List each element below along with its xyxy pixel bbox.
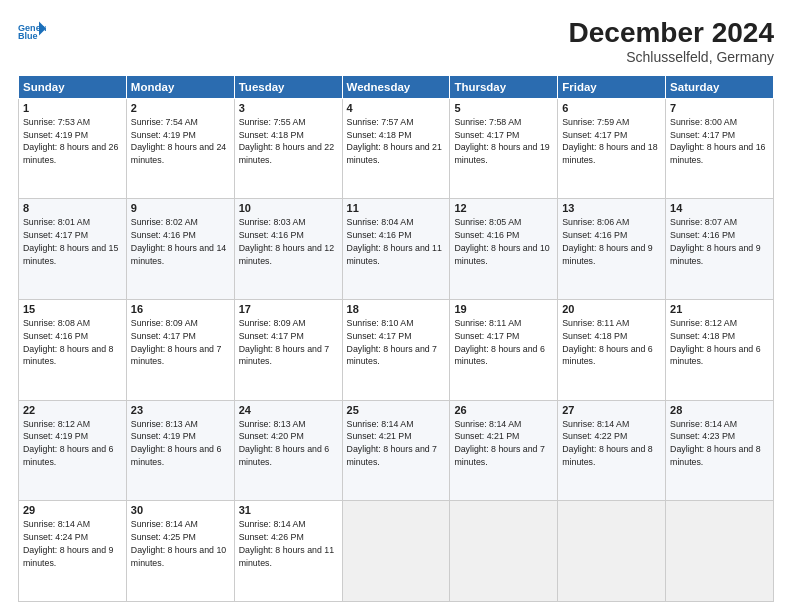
header-wednesday: Wednesday [342, 75, 450, 98]
header-thursday: Thursday [450, 75, 558, 98]
calendar-cell: 8Sunrise: 8:01 AMSunset: 4:17 PMDaylight… [19, 199, 127, 300]
day-info: Sunrise: 8:12 AMSunset: 4:18 PMDaylight:… [670, 317, 769, 368]
sunset-text: Sunset: 4:19 PM [23, 431, 88, 441]
sunrise-text: Sunrise: 8:13 AM [239, 419, 306, 429]
calendar-cell: 6Sunrise: 7:59 AMSunset: 4:17 PMDaylight… [558, 98, 666, 199]
calendar-cell: 16Sunrise: 8:09 AMSunset: 4:17 PMDayligh… [126, 300, 234, 401]
sunrise-text: Sunrise: 8:13 AM [131, 419, 198, 429]
sunrise-text: Sunrise: 8:14 AM [347, 419, 414, 429]
calendar-cell: 9Sunrise: 8:02 AMSunset: 4:16 PMDaylight… [126, 199, 234, 300]
daylight-text: Daylight: 8 hours and 16 minutes. [670, 142, 765, 165]
day-info: Sunrise: 8:06 AMSunset: 4:16 PMDaylight:… [562, 216, 661, 267]
calendar-cell: 2Sunrise: 7:54 AMSunset: 4:19 PMDaylight… [126, 98, 234, 199]
sunset-text: Sunset: 4:21 PM [454, 431, 519, 441]
sunset-text: Sunset: 4:25 PM [131, 532, 196, 542]
day-number: 29 [23, 504, 122, 516]
sunrise-text: Sunrise: 8:14 AM [670, 419, 737, 429]
week-row-4: 22Sunrise: 8:12 AMSunset: 4:19 PMDayligh… [19, 400, 774, 501]
sunset-text: Sunset: 4:16 PM [239, 230, 304, 240]
week-row-1: 1Sunrise: 7:53 AMSunset: 4:19 PMDaylight… [19, 98, 774, 199]
page: General Blue December 2024 Schlusselfeld… [0, 0, 792, 612]
calendar-cell: 11Sunrise: 8:04 AMSunset: 4:16 PMDayligh… [342, 199, 450, 300]
day-info: Sunrise: 8:05 AMSunset: 4:16 PMDaylight:… [454, 216, 553, 267]
sunrise-text: Sunrise: 8:14 AM [454, 419, 521, 429]
daylight-text: Daylight: 8 hours and 9 minutes. [23, 545, 113, 568]
day-number: 22 [23, 404, 122, 416]
day-number: 8 [23, 202, 122, 214]
day-info: Sunrise: 8:10 AMSunset: 4:17 PMDaylight:… [347, 317, 446, 368]
title-block: December 2024 Schlusselfeld, Germany [569, 18, 774, 65]
sunrise-text: Sunrise: 7:55 AM [239, 117, 306, 127]
daylight-text: Daylight: 8 hours and 7 minutes. [454, 444, 544, 467]
sunrise-text: Sunrise: 8:11 AM [562, 318, 629, 328]
day-number: 6 [562, 102, 661, 114]
header-saturday: Saturday [666, 75, 774, 98]
week-row-5: 29Sunrise: 8:14 AMSunset: 4:24 PMDayligh… [19, 501, 774, 602]
daylight-text: Daylight: 8 hours and 6 minutes. [239, 444, 329, 467]
daylight-text: Daylight: 8 hours and 24 minutes. [131, 142, 226, 165]
day-info: Sunrise: 8:01 AMSunset: 4:17 PMDaylight:… [23, 216, 122, 267]
day-info: Sunrise: 8:11 AMSunset: 4:18 PMDaylight:… [562, 317, 661, 368]
day-number: 10 [239, 202, 338, 214]
sunset-text: Sunset: 4:16 PM [454, 230, 519, 240]
daylight-text: Daylight: 8 hours and 10 minutes. [454, 243, 549, 266]
sunrise-text: Sunrise: 8:06 AM [562, 217, 629, 227]
sunset-text: Sunset: 4:18 PM [562, 331, 627, 341]
sunset-text: Sunset: 4:18 PM [239, 130, 304, 140]
sunrise-text: Sunrise: 7:59 AM [562, 117, 629, 127]
day-number: 31 [239, 504, 338, 516]
sunset-text: Sunset: 4:18 PM [670, 331, 735, 341]
day-info: Sunrise: 7:59 AMSunset: 4:17 PMDaylight:… [562, 116, 661, 167]
day-info: Sunrise: 7:57 AMSunset: 4:18 PMDaylight:… [347, 116, 446, 167]
sunrise-text: Sunrise: 8:03 AM [239, 217, 306, 227]
calendar-cell: 25Sunrise: 8:14 AMSunset: 4:21 PMDayligh… [342, 400, 450, 501]
daylight-text: Daylight: 8 hours and 18 minutes. [562, 142, 657, 165]
day-info: Sunrise: 8:09 AMSunset: 4:17 PMDaylight:… [239, 317, 338, 368]
header-tuesday: Tuesday [234, 75, 342, 98]
calendar-cell: 19Sunrise: 8:11 AMSunset: 4:17 PMDayligh… [450, 300, 558, 401]
day-info: Sunrise: 8:14 AMSunset: 4:21 PMDaylight:… [454, 418, 553, 469]
day-info: Sunrise: 8:09 AMSunset: 4:17 PMDaylight:… [131, 317, 230, 368]
daylight-text: Daylight: 8 hours and 7 minutes. [131, 344, 221, 367]
day-number: 23 [131, 404, 230, 416]
daylight-text: Daylight: 8 hours and 26 minutes. [23, 142, 118, 165]
daylight-text: Daylight: 8 hours and 14 minutes. [131, 243, 226, 266]
logo-icon: General Blue [18, 18, 46, 46]
sunset-text: Sunset: 4:26 PM [239, 532, 304, 542]
daylight-text: Daylight: 8 hours and 15 minutes. [23, 243, 118, 266]
sunrise-text: Sunrise: 8:02 AM [131, 217, 198, 227]
daylight-text: Daylight: 8 hours and 7 minutes. [239, 344, 329, 367]
header-sunday: Sunday [19, 75, 127, 98]
sunset-text: Sunset: 4:17 PM [562, 130, 627, 140]
sunrise-text: Sunrise: 7:58 AM [454, 117, 521, 127]
sunrise-text: Sunrise: 8:14 AM [131, 519, 198, 529]
day-info: Sunrise: 8:07 AMSunset: 4:16 PMDaylight:… [670, 216, 769, 267]
day-info: Sunrise: 8:13 AMSunset: 4:19 PMDaylight:… [131, 418, 230, 469]
sunset-text: Sunset: 4:17 PM [670, 130, 735, 140]
day-info: Sunrise: 7:53 AMSunset: 4:19 PMDaylight:… [23, 116, 122, 167]
daylight-text: Daylight: 8 hours and 19 minutes. [454, 142, 549, 165]
sunset-text: Sunset: 4:23 PM [670, 431, 735, 441]
sunrise-text: Sunrise: 7:57 AM [347, 117, 414, 127]
sunrise-text: Sunrise: 8:14 AM [562, 419, 629, 429]
daylight-text: Daylight: 8 hours and 6 minutes. [23, 444, 113, 467]
sunrise-text: Sunrise: 8:00 AM [670, 117, 737, 127]
calendar-cell: 28Sunrise: 8:14 AMSunset: 4:23 PMDayligh… [666, 400, 774, 501]
calendar-subtitle: Schlusselfeld, Germany [569, 49, 774, 65]
calendar-title: December 2024 [569, 18, 774, 49]
calendar-cell: 30Sunrise: 8:14 AMSunset: 4:25 PMDayligh… [126, 501, 234, 602]
day-number: 5 [454, 102, 553, 114]
sunset-text: Sunset: 4:16 PM [562, 230, 627, 240]
day-number: 12 [454, 202, 553, 214]
daylight-text: Daylight: 8 hours and 10 minutes. [131, 545, 226, 568]
calendar-cell: 12Sunrise: 8:05 AMSunset: 4:16 PMDayligh… [450, 199, 558, 300]
week-row-3: 15Sunrise: 8:08 AMSunset: 4:16 PMDayligh… [19, 300, 774, 401]
day-info: Sunrise: 8:14 AMSunset: 4:23 PMDaylight:… [670, 418, 769, 469]
calendar-cell: 20Sunrise: 8:11 AMSunset: 4:18 PMDayligh… [558, 300, 666, 401]
sunset-text: Sunset: 4:19 PM [23, 130, 88, 140]
sunrise-text: Sunrise: 8:05 AM [454, 217, 521, 227]
day-info: Sunrise: 8:14 AMSunset: 4:21 PMDaylight:… [347, 418, 446, 469]
logo: General Blue [18, 18, 46, 46]
day-number: 2 [131, 102, 230, 114]
sunrise-text: Sunrise: 8:14 AM [23, 519, 90, 529]
